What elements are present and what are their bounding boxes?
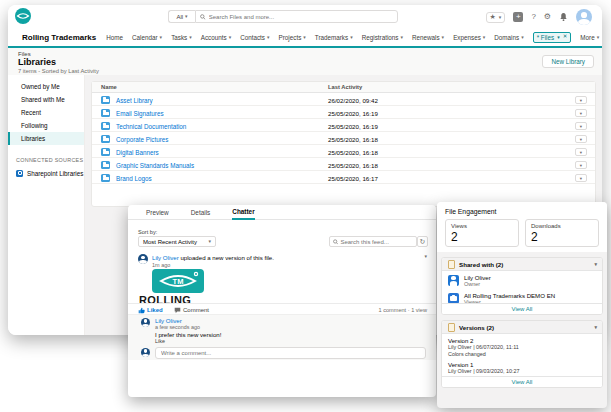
nav-tab-contacts[interactable]: Contacts▾: [240, 34, 269, 41]
versions-header[interactable]: Versions (2) ▾: [442, 321, 602, 334]
comment-like-link[interactable]: Like: [155, 338, 165, 344]
nav-tab-expenses[interactable]: Expenses▾: [453, 34, 485, 41]
tab-details[interactable]: Details: [191, 209, 211, 219]
shared-user-name[interactable]: Lily Oliver: [464, 274, 491, 281]
post-header-text: Lily Oliver uploaded a new version of th…: [152, 254, 274, 261]
library-name-link[interactable]: Digital Banners: [116, 149, 159, 156]
notifications-bell-icon[interactable]: [559, 12, 568, 22]
versions-view-all-link[interactable]: View All: [442, 376, 602, 387]
nav-tab-home[interactable]: Home: [106, 34, 123, 41]
nav-tabs: Home Calendar▾ Tasks▾ Accounts▾ Contacts…: [106, 32, 599, 43]
comment-author-avatar[interactable]: [141, 318, 150, 327]
row-actions-menu[interactable]: ▾: [575, 109, 587, 117]
shared-group-name[interactable]: All Rolling Trademarks DEMO EN: [464, 292, 555, 299]
setup-gear-icon[interactable]: ⚙: [544, 13, 551, 21]
post-actions-menu[interactable]: ▾: [424, 254, 427, 259]
list-item[interactable]: Version 2 Lily Oliver | 06/07/2020, 11:1…: [442, 334, 602, 358]
chevron-down-icon[interactable]: ▾: [594, 262, 597, 267]
nav-tab-registrations[interactable]: Registrations▾: [362, 34, 403, 41]
file-engagement-panel: File Engagement Views 2 Downloads 2 Shar…: [437, 202, 607, 408]
nav-tab-accounts[interactable]: Accounts▾: [201, 34, 231, 41]
org-logo: [15, 8, 31, 24]
nav-tab-domains[interactable]: Domains▾: [494, 34, 523, 41]
library-folder-icon: [101, 135, 110, 143]
search-input[interactable]: [209, 14, 393, 20]
nav-tab-tasks[interactable]: Tasks▾: [171, 34, 192, 41]
chevron-down-icon: ▾: [189, 35, 192, 40]
nav-tab-files-active[interactable]: * Files ▾ ✕: [533, 32, 572, 43]
column-header-name[interactable]: Name: [101, 84, 117, 90]
chevron-down-icon: ▾: [400, 35, 403, 40]
nav-tab-projects[interactable]: Projects▾: [279, 34, 306, 41]
last-activity-value: 25/05/2020, 16:18: [328, 136, 378, 143]
row-actions-menu[interactable]: ▾: [575, 122, 587, 130]
list-item[interactable]: Lily Oliver Owner: [442, 271, 602, 289]
row-actions-menu[interactable]: ▾: [575, 174, 587, 182]
chevron-down-icon: ▾: [483, 35, 486, 40]
version-name[interactable]: Version 1: [448, 361, 596, 368]
shared-with-view-all-link[interactable]: View All: [442, 303, 602, 314]
refresh-feed-icon[interactable]: ↻: [417, 236, 428, 247]
library-name-link[interactable]: Asset Library: [116, 97, 153, 104]
nav-tab-renewals[interactable]: Renewals▾: [412, 34, 444, 41]
help-icon[interactable]: ?: [531, 13, 535, 21]
nav-tab-trademarks[interactable]: Trademarks▾: [315, 34, 353, 41]
version-name[interactable]: Version 2: [448, 337, 596, 344]
library-name-link[interactable]: Brand Logos: [116, 175, 152, 182]
files-sidebar: Owned by Me Shared with Me Recent Follow…: [8, 75, 85, 335]
user-avatar[interactable]: [576, 9, 592, 25]
app-navigation-bar: Rolling Trademarks Home Calendar▾ Tasks▾…: [8, 28, 602, 48]
row-actions-menu[interactable]: ▾: [575, 161, 587, 169]
post-author-link[interactable]: Lily Oliver: [152, 254, 179, 261]
search-scope-selector[interactable]: All ▾: [168, 10, 195, 23]
row-actions-menu[interactable]: ▾: [575, 148, 587, 156]
write-comment-input[interactable]: [155, 347, 426, 359]
tab-chatter[interactable]: Chatter: [232, 208, 254, 220]
column-header-last-activity[interactable]: Last Activity: [328, 84, 362, 90]
versions-card: Versions (2) ▾ Version 2 Lily Oliver | 0…: [441, 320, 603, 388]
sidebar-item-libraries[interactable]: Libraries: [8, 132, 84, 145]
list-item[interactable]: Version 1 Lily Oliver | 09/03/2020, 10:2…: [442, 358, 602, 376]
chevron-down-icon[interactable]: ▾: [557, 35, 560, 40]
chevron-down-icon: ▾: [521, 35, 524, 40]
sidebar-item-sharepoint-libraries[interactable]: Sharepoint Libraries: [8, 166, 84, 180]
file-preview-thumbnail[interactable]: TM ROLLING: [138, 269, 222, 303]
add-icon[interactable]: +: [513, 12, 523, 22]
table-row: Graphic Standards Manuals 25/05/2020, 16…: [92, 158, 595, 171]
sidebar-item-following[interactable]: Following: [8, 119, 84, 132]
last-activity-value: 25/05/2020, 16:19: [328, 110, 378, 117]
sidebar-item-recent[interactable]: Recent: [8, 106, 84, 119]
comment-button[interactable]: Comment: [174, 307, 209, 314]
sidebar-item-owned-by-me[interactable]: Owned by Me: [8, 80, 84, 93]
post-author-avatar[interactable]: [138, 254, 148, 264]
feed-search-box: [329, 236, 417, 247]
sort-by-label: Sort by:: [138, 229, 157, 235]
nav-more-menu[interactable]: More▾: [580, 34, 599, 41]
shared-with-header[interactable]: Shared with (2) ▾: [442, 258, 602, 271]
sidebar-item-shared-with-me[interactable]: Shared with Me: [8, 93, 84, 106]
engagement-title: File Engagement: [445, 208, 496, 215]
close-icon[interactable]: ✕: [563, 34, 568, 40]
chevron-down-icon: ▾: [229, 35, 232, 40]
row-actions-menu[interactable]: ▾: [575, 96, 587, 104]
chevron-down-icon[interactable]: ▾: [594, 325, 597, 330]
table-row: Brand Logos 25/05/2020, 16:17 ▾: [92, 171, 595, 184]
tab-preview[interactable]: Preview: [146, 209, 169, 219]
views-value: 2: [451, 230, 458, 244]
views-stat-box: Views 2: [445, 219, 519, 247]
nav-tab-calendar[interactable]: Calendar▾: [132, 34, 162, 41]
liked-button[interactable]: Liked: [138, 307, 163, 314]
favorites-control[interactable]: ★ ▾: [486, 12, 506, 23]
sort-order-select[interactable]: Most Recent Activity ▾: [138, 236, 216, 247]
library-name-link[interactable]: Corporate Pictures: [116, 136, 169, 143]
library-name-link[interactable]: Email Signatures: [116, 110, 164, 117]
comment-author-link[interactable]: Lily Oliver: [155, 317, 182, 324]
library-folder-icon: [101, 122, 110, 130]
post-stats-text: 1 comment · 1 view: [379, 307, 428, 313]
row-actions-menu[interactable]: ▾: [575, 135, 587, 143]
library-name-link[interactable]: Technical Documentation: [116, 123, 186, 130]
new-library-button[interactable]: New Library: [542, 55, 594, 68]
library-folder-icon: [101, 161, 110, 169]
library-name-link[interactable]: Graphic Standards Manuals: [116, 162, 194, 169]
feed-search-input[interactable]: [340, 239, 413, 245]
